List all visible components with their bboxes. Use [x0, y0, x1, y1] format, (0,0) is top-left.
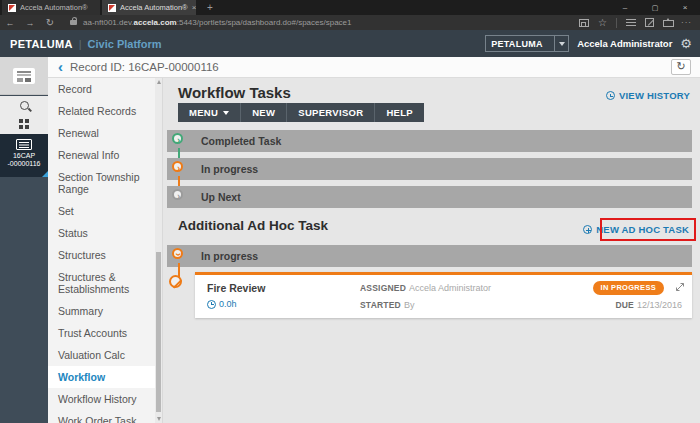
workflow-sections: Completed Task In progress Up Next	[167, 130, 692, 214]
help-button[interactable]: HELP	[375, 103, 424, 122]
menu-item-summary[interactable]: Summary	[48, 300, 162, 322]
chevron-expanded-icon[interactable]	[172, 248, 183, 259]
accela-favicon	[8, 4, 16, 12]
menu-item-section-township-range[interactable]: Section Township Range	[48, 166, 162, 200]
chevron-right-icon[interactable]	[172, 133, 183, 144]
task-name: Fire Review	[207, 282, 265, 294]
back-chevron-icon[interactable]: ‹	[58, 60, 63, 74]
logged-in-user[interactable]: Accela Administrator	[577, 38, 672, 49]
record-refresh-button[interactable]: ↻	[671, 59, 691, 75]
menu-item-valuation-calc[interactable]: Valuation Calc	[48, 344, 162, 366]
window-controls: – ▢ ×	[610, 0, 700, 15]
reading-view-icon[interactable]	[579, 19, 589, 27]
share-icon[interactable]	[663, 18, 672, 27]
task-assigned: ASSIGNEDAccela Administrator	[360, 283, 491, 293]
menu-item-work-order-task[interactable]: Work Order Task	[48, 410, 162, 423]
clock-icon	[207, 300, 216, 309]
task-started: STARTEDBy	[360, 300, 414, 310]
expand-icon[interactable]	[675, 278, 685, 296]
tab-close-icon[interactable]: ×	[192, 3, 196, 12]
menu-item-set[interactable]: Set	[48, 200, 162, 222]
minimize-button[interactable]: –	[610, 0, 640, 15]
divider	[616, 18, 617, 28]
menu-item-renewal[interactable]: Renewal	[48, 122, 162, 144]
hub-icon[interactable]	[626, 18, 636, 27]
brand-separator: |	[79, 38, 82, 50]
menu-item-record[interactable]: Record	[48, 78, 162, 100]
chevron-down-icon	[223, 111, 229, 115]
record-header: ‹ Record ID: 16CAP-00000116 ↻	[48, 57, 700, 78]
accela-favicon	[108, 4, 116, 12]
record-tile-line1: 16CAP	[0, 152, 48, 160]
section-in-progress[interactable]: In progress	[167, 158, 692, 180]
scroll-up-icon[interactable]	[157, 80, 161, 84]
search-icon	[20, 101, 29, 110]
close-button[interactable]: ×	[670, 0, 700, 15]
adhoc-task-card[interactable]: Fire Review 0.0h ASSIGNEDAccela Administ…	[195, 272, 692, 318]
menu-button[interactable]: MENU	[178, 103, 241, 122]
agency-select[interactable]: PETALUMA	[485, 35, 569, 52]
product-name[interactable]: Civic Platform	[88, 38, 162, 50]
workflow-main-panel: Workflow Tasks VIEW HISTORY MENU NEW SUP…	[163, 78, 700, 423]
tab-title: Accela Automation®	[120, 3, 188, 12]
record-section-menu: Record Related Records Renewal Renewal I…	[48, 78, 163, 423]
annotation-highlight-box	[600, 218, 696, 241]
record-tile[interactable]: 16CAP -00000116	[0, 134, 48, 177]
lock-icon	[70, 20, 77, 25]
menu-item-renewal-info[interactable]: Renewal Info	[48, 144, 162, 166]
browser-address-bar: ← → ↻ aa-nft001.dev.accela.com:5443/port…	[0, 15, 700, 30]
browser-actions: ☆ ···	[579, 18, 700, 28]
page-title: Workflow Tasks	[178, 84, 291, 101]
grid-icon	[19, 119, 30, 130]
menu-scrollbar[interactable]	[155, 78, 162, 423]
section-completed-task[interactable]: Completed Task	[167, 130, 692, 152]
view-history-link[interactable]: VIEW HISTORY	[606, 90, 690, 101]
chevron-down-icon	[554, 36, 568, 51]
browser-tab-active[interactable]: Accela Automation® ×	[102, 0, 196, 15]
menu-item-trust-accounts[interactable]: Trust Accounts	[48, 322, 162, 344]
gear-icon[interactable]: ⚙	[680, 37, 692, 50]
apps-grid-button[interactable]	[0, 115, 48, 134]
adhoc-section-in-progress[interactable]: In progress	[167, 245, 692, 267]
new-button[interactable]: NEW	[241, 103, 287, 122]
menu-item-structures[interactable]: Structures	[48, 244, 162, 266]
section-up-next[interactable]: Up Next	[167, 186, 692, 208]
menu-item-structures-establishments[interactable]: Structures & Establishments	[48, 266, 162, 300]
adhoc-section-title: Additional Ad Hoc Task	[178, 218, 328, 233]
maximize-button[interactable]: ▢	[640, 0, 670, 15]
tab-title: Accela Automation®	[20, 3, 88, 12]
task-due: DUE12/13/2016	[615, 300, 682, 310]
workflow-toolbar: MENU NEW SUPERVISOR HELP	[178, 103, 424, 122]
menu-item-related-records[interactable]: Related Records	[48, 100, 162, 122]
supervisor-button[interactable]: SUPERVISOR	[287, 103, 375, 122]
chevron-right-icon[interactable]	[172, 161, 183, 172]
menu-item-workflow-history[interactable]: Workflow History	[48, 388, 162, 410]
record-tile-line2: -00000116	[0, 160, 48, 168]
menu-item-workflow[interactable]: Workflow	[48, 366, 162, 388]
forward-icon[interactable]: →	[20, 18, 40, 28]
global-search-button[interactable]	[0, 96, 48, 115]
agency-brand: PETALUMA	[10, 38, 73, 50]
left-rail: 16CAP -00000116	[0, 57, 48, 423]
chevron-right-icon[interactable]	[172, 189, 183, 200]
back-icon[interactable]: ←	[0, 18, 20, 28]
favorite-star-icon[interactable]: ☆	[598, 19, 607, 27]
web-note-icon[interactable]	[645, 18, 654, 27]
scroll-down-icon[interactable]	[157, 417, 161, 421]
browser-tab-bar: Accela Automation® Accela Automation® × …	[0, 0, 700, 15]
launchpad-button[interactable]	[0, 57, 48, 95]
record-doc-icon	[16, 139, 32, 150]
more-actions-icon[interactable]: ···	[681, 18, 692, 27]
agency-select-value: PETALUMA	[486, 39, 554, 49]
menu-item-status[interactable]: Status	[48, 222, 162, 244]
plus-circle-icon	[583, 225, 592, 234]
url-field[interactable]: aa-nft001.dev.accela.com:5443/portlets/s…	[83, 18, 352, 27]
new-tab-button[interactable]: +	[202, 0, 218, 15]
browser-tab-background[interactable]: Accela Automation®	[2, 0, 100, 15]
pencil-icon	[169, 275, 182, 288]
record-id-title: Record ID: 16CAP-00000116	[70, 61, 219, 73]
scrollbar-thumb[interactable]	[156, 252, 161, 412]
status-badge: IN PROGRESS	[593, 281, 664, 295]
refresh-icon[interactable]: ↻	[40, 17, 60, 28]
clock-icon	[606, 91, 615, 100]
